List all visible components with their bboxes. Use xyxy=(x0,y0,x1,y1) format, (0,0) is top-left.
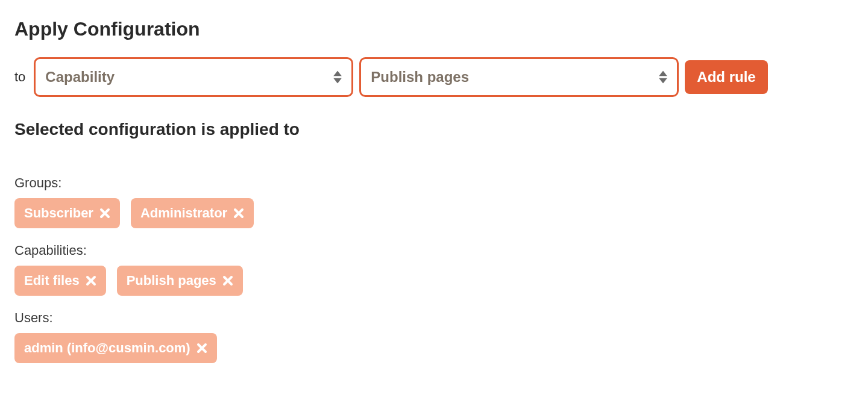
rule-type-select[interactable]: Capability xyxy=(34,57,353,97)
svg-marker-1 xyxy=(333,78,342,84)
svg-marker-3 xyxy=(659,78,667,84)
users-tags: admin (info@cusmin.com) xyxy=(14,333,854,363)
close-icon xyxy=(233,208,244,219)
capability-tag: Publish pages xyxy=(117,266,243,296)
close-icon xyxy=(99,208,110,219)
add-rule-button[interactable]: Add rule xyxy=(685,60,767,94)
rule-value-text: Publish pages xyxy=(371,69,469,86)
groups-label: Groups: xyxy=(14,175,854,191)
svg-marker-2 xyxy=(659,71,667,76)
remove-tag-button[interactable] xyxy=(99,208,110,219)
rule-form-row: to Capability Publish pages Add rule xyxy=(14,57,854,97)
tag-label: Publish pages xyxy=(127,273,216,289)
capabilities-tags: Edit files Publish pages xyxy=(14,266,854,296)
group-tag: Subscriber xyxy=(14,198,120,228)
tag-label: Edit files xyxy=(24,273,80,289)
group-tag: Administrator xyxy=(131,198,254,228)
tag-label: Subscriber xyxy=(24,205,93,221)
select-arrows-icon xyxy=(333,71,342,84)
users-label: Users: xyxy=(14,310,854,326)
tag-label: Administrator xyxy=(140,205,227,221)
remove-tag-button[interactable] xyxy=(197,343,207,354)
capability-tag: Edit files xyxy=(14,266,106,296)
groups-tags: Subscriber Administrator xyxy=(14,198,854,228)
rule-value-select[interactable]: Publish pages xyxy=(359,57,679,97)
close-icon xyxy=(86,275,96,286)
remove-tag-button[interactable] xyxy=(222,275,233,286)
user-tag: admin (info@cusmin.com) xyxy=(14,333,217,363)
to-label: to xyxy=(14,69,25,85)
applied-heading: Selected configuration is applied to xyxy=(14,120,854,139)
tag-label: admin (info@cusmin.com) xyxy=(24,340,190,356)
close-icon xyxy=(222,275,233,286)
rule-type-value: Capability xyxy=(45,69,115,86)
page-title: Apply Configuration xyxy=(14,18,854,40)
capabilities-label: Capabilities: xyxy=(14,243,854,258)
remove-tag-button[interactable] xyxy=(233,208,244,219)
remove-tag-button[interactable] xyxy=(86,275,96,286)
close-icon xyxy=(197,343,207,354)
select-arrows-icon xyxy=(659,71,667,84)
svg-marker-0 xyxy=(333,71,342,76)
